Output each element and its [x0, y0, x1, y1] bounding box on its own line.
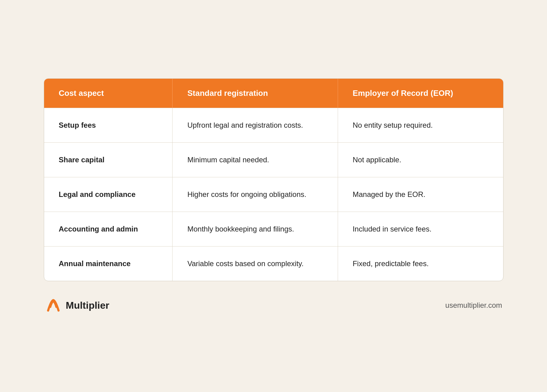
cell-standard-3: Monthly bookkeeping and filings.: [173, 212, 338, 247]
cell-eor-4: Fixed, predictable fees.: [338, 247, 503, 281]
cell-aspect-3: Accounting and admin: [44, 212, 173, 247]
table-header-row: Cost aspect Standard registration Employ…: [44, 79, 503, 108]
cell-eor-2: Managed by the EOR.: [338, 177, 503, 212]
table-row: Annual maintenanceVariable costs based o…: [44, 247, 503, 281]
header-standard-registration: Standard registration: [173, 79, 338, 108]
cell-standard-0: Upfront legal and registration costs.: [173, 108, 338, 143]
cell-aspect-4: Annual maintenance: [44, 247, 173, 281]
cell-standard-4: Variable costs based on complexity.: [173, 247, 338, 281]
footer-url: usemultiplier.com: [445, 301, 502, 310]
cell-aspect-2: Legal and compliance: [44, 177, 173, 212]
table-row: Accounting and adminMonthly bookkeeping …: [44, 212, 503, 247]
cell-aspect-0: Setup fees: [44, 108, 173, 143]
logo-area: Multiplier: [45, 297, 109, 314]
cell-eor-1: Not applicable.: [338, 143, 503, 177]
comparison-table: Cost aspect Standard registration Employ…: [44, 79, 503, 281]
cell-standard-1: Minimum capital needed.: [173, 143, 338, 177]
logo-text: Multiplier: [66, 300, 109, 311]
cell-standard-2: Higher costs for ongoing obligations.: [173, 177, 338, 212]
header-cost-aspect: Cost aspect: [44, 79, 173, 108]
page-wrapper: Cost aspect Standard registration Employ…: [44, 78, 503, 314]
footer: Multiplier usemultiplier.com: [44, 297, 503, 314]
table-row: Setup feesUpfront legal and registration…: [44, 108, 503, 143]
cell-eor-0: No entity setup required.: [338, 108, 503, 143]
table-row: Share capitalMinimum capital needed.Not …: [44, 143, 503, 177]
table-row: Legal and complianceHigher costs for ong…: [44, 177, 503, 212]
comparison-table-container: Cost aspect Standard registration Employ…: [44, 78, 503, 281]
cell-eor-3: Included in service fees.: [338, 212, 503, 247]
multiplier-logo-icon: [45, 297, 62, 314]
header-eor: Employer of Record (EOR): [338, 79, 503, 108]
cell-aspect-1: Share capital: [44, 143, 173, 177]
